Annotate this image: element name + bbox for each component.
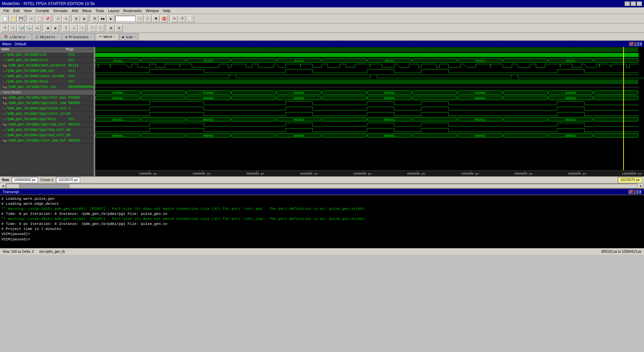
signal-row-9[interactable]: ▼ ▤ /pdm_gen_tb/pdm1/pg1/cntr_low 000001 bbox=[0, 101, 94, 106]
expand-icon-8[interactable]: ▼ bbox=[3, 96, 4, 99]
zoom-out-btn[interactable]: 🔍- bbox=[25, 24, 33, 32]
transcript-area[interactable]: # Loading work.pulse_gen# Loading work.e… bbox=[0, 194, 644, 248]
signal-row-7[interactable]: ─ New Divider bbox=[0, 90, 94, 95]
wave-btn[interactable]: 〜 bbox=[171, 15, 178, 22]
cursor-btn[interactable]: | bbox=[62, 24, 70, 32]
sim-button[interactable]: ▶ bbox=[81, 15, 88, 22]
tab-library-close[interactable]: × bbox=[26, 36, 28, 39]
expand-icon-2[interactable]: ▼ bbox=[3, 64, 4, 67]
menu-window[interactable]: Window bbox=[144, 8, 161, 13]
signal-row-15[interactable]: ─ /pdm_gen_tb/pdm1/pg1/seq_cntr_0_d1 0 bbox=[0, 133, 94, 138]
signal-row-10[interactable]: ─ /pdm_gen_tb/pdm1/pg1/pulse_out 1 bbox=[0, 106, 94, 111]
hscroll-thumb[interactable] bbox=[19, 184, 70, 188]
step-over-button[interactable]: ↓ bbox=[144, 15, 152, 22]
sim-time-input[interactable]: 100 ps bbox=[115, 16, 136, 22]
tab-sim[interactable]: ▶ sim × bbox=[119, 34, 139, 40]
run-button[interactable]: ▶ bbox=[107, 15, 115, 22]
transcript-max-btn[interactable]: □ bbox=[636, 190, 639, 194]
menu-compile[interactable]: Compile bbox=[34, 8, 51, 13]
select-btn[interactable]: ↖ bbox=[70, 24, 78, 32]
signal-row-3[interactable]: ─ /pdm_gen_tb/pdm1/pdm_out St1 bbox=[0, 68, 94, 74]
log-btn[interactable]: 📝 bbox=[187, 15, 194, 22]
save-button[interactable]: 💾 bbox=[17, 15, 25, 22]
signal-row-4[interactable]: ─ /pdm_gen_tb/pdm1/start_strobe St0 bbox=[0, 74, 94, 79]
tab-processes-close[interactable]: × bbox=[90, 36, 92, 39]
open-button[interactable]: 📁 bbox=[9, 15, 17, 22]
signal-row-12[interactable]: ─ /pdm_gen_tb/pdm1/pg1/busy St1 bbox=[0, 117, 94, 122]
find-prev-btn[interactable]: ◀ bbox=[44, 24, 51, 32]
signal-row-0[interactable]: ─ /pdm_gen_tb/pdm1/clk St0 bbox=[0, 52, 94, 58]
signal-down-btn[interactable]: ↓ bbox=[97, 24, 104, 32]
restart-button[interactable]: ⟳ bbox=[91, 15, 99, 22]
minimize-button[interactable]: _ bbox=[625, 1, 630, 6]
copy-button[interactable]: 📋 bbox=[36, 15, 43, 22]
h-scrollbar[interactable]: ◀ ▶ bbox=[0, 183, 644, 188]
maximize-button[interactable]: □ bbox=[631, 1, 636, 6]
tab-sim-close[interactable]: × bbox=[134, 36, 136, 39]
signal-up-btn[interactable]: ↑ bbox=[89, 24, 96, 32]
zoom-in-btn[interactable]: 🔍+ bbox=[17, 24, 25, 32]
now-value: 100000000 ps bbox=[12, 177, 38, 183]
wave-max-btn[interactable]: □ bbox=[637, 42, 639, 46]
compile-button[interactable]: ⚙ bbox=[73, 15, 80, 22]
wave-min-btn[interactable]: _ bbox=[634, 42, 636, 46]
tab-library[interactable]: 📚 Library × bbox=[1, 34, 32, 40]
measure-btn[interactable]: ↔ bbox=[78, 24, 86, 32]
menu-file[interactable]: File bbox=[1, 8, 11, 13]
signal-row-1[interactable]: ─ /pdm_gen_tb/pdm1/nrst St1 bbox=[0, 58, 94, 63]
expand-icon-6[interactable]: ▼ bbox=[3, 85, 4, 89]
sep6 bbox=[42, 25, 43, 32]
transcript-close-btn[interactable]: × bbox=[639, 190, 641, 194]
signal-row-8[interactable]: ▼ ▤ /pdm_gen_tb/pdm1/pg1/cntr_max 010001 bbox=[0, 95, 94, 101]
paste-button[interactable]: 📌 bbox=[44, 15, 51, 22]
transcript-pin-btn[interactable]: 📌 bbox=[628, 190, 633, 194]
menu-bookmarks[interactable]: Bookmarks bbox=[121, 8, 144, 13]
wave-pin-btn[interactable]: 📌 bbox=[629, 42, 634, 46]
tab-wave-close[interactable]: × bbox=[114, 35, 115, 39]
step-button[interactable]: → bbox=[136, 15, 144, 22]
hscroll-track[interactable] bbox=[6, 184, 638, 188]
break-button[interactable]: ⛔ bbox=[160, 15, 168, 22]
expand-icon-13[interactable]: ▼ bbox=[3, 123, 4, 126]
menu-add[interactable]: Add bbox=[70, 8, 80, 13]
menu-view[interactable]: View bbox=[22, 8, 34, 13]
wave-close-btn[interactable]: × bbox=[640, 42, 642, 46]
add-wave-btn[interactable]: + bbox=[1, 24, 9, 32]
signal-row-6[interactable]: ▼ ▤ /pdm_gen_tb/pdm1/div_clk 00000000000… bbox=[0, 84, 94, 90]
signal-row-16[interactable]: ▼ ▤ /pdm_gen_tb/pdm1/cntr_low_buf 000001 bbox=[0, 138, 94, 143]
tab-objects[interactable]: ⬡ Objects × bbox=[32, 34, 62, 40]
redo-button[interactable]: ↪ bbox=[62, 15, 70, 22]
stop-button[interactable]: ■ bbox=[152, 15, 160, 22]
tab-objects-close[interactable]: × bbox=[57, 36, 58, 39]
hscroll-right-btn[interactable]: ▶ bbox=[639, 184, 643, 188]
menu-edit[interactable]: Edit bbox=[11, 8, 22, 13]
new-button[interactable]: 📄 bbox=[1, 15, 9, 22]
cut-button[interactable]: ✂ bbox=[28, 15, 35, 22]
zoom-full-btn[interactable]: ⟷ bbox=[34, 24, 41, 32]
signal-row-13[interactable]: ▼ ▤ /pdm_gen_tb/pdm1/pg1/seq_cntr 001011 bbox=[0, 122, 94, 127]
signal-row-5[interactable]: ─ /pdm_gen_tb/pdm1/busy St1 bbox=[0, 79, 94, 84]
transcript-min-btn[interactable]: _ bbox=[634, 190, 636, 194]
close-button[interactable]: × bbox=[637, 1, 642, 6]
insert-divider-btn[interactable]: — bbox=[9, 24, 17, 32]
tab-wave[interactable]: 〜 Wave × bbox=[96, 34, 119, 40]
waveform-area[interactable]: 0111101111011110111101111011110100010100… bbox=[95, 47, 644, 176]
find-next-btn[interactable]: ▶ bbox=[52, 24, 59, 32]
hscroll-left-btn[interactable]: ◀ bbox=[1, 184, 5, 188]
signal-row-14[interactable]: ─ /pdm_gen_tb/pdm1/pg1/seq_cntr_0 0 bbox=[0, 127, 94, 133]
menu-layout[interactable]: Layout bbox=[106, 8, 121, 13]
expand-icon-16[interactable]: ▼ bbox=[3, 139, 4, 142]
undo-button[interactable]: ↩ bbox=[54, 15, 62, 22]
signal-row-2[interactable]: ▼ ▤ /pdm_gen_tb/pdm1/mod_setpoint 01111 bbox=[0, 63, 94, 68]
tab-processes[interactable]: ⚙ Processes × bbox=[62, 34, 95, 40]
menu-simulate[interactable]: Simulate bbox=[51, 8, 70, 13]
run-all-button[interactable]: ▶▶ bbox=[99, 15, 107, 22]
menu-tools[interactable]: Tools bbox=[94, 8, 106, 13]
menu-wave[interactable]: Wave bbox=[80, 8, 94, 13]
list-btn[interactable]: ≡ bbox=[179, 15, 186, 22]
expand-icon-9[interactable]: ▼ bbox=[3, 102, 4, 105]
menu-help[interactable]: Help bbox=[161, 8, 173, 13]
collapse-btn[interactable]: ⊟ bbox=[115, 24, 123, 32]
expand-btn[interactable]: ⊞ bbox=[107, 24, 115, 32]
signal-row-11[interactable]: ─ /pdm_gen_tb/pdm1/pg1/start_strobe 0 bbox=[0, 111, 94, 117]
